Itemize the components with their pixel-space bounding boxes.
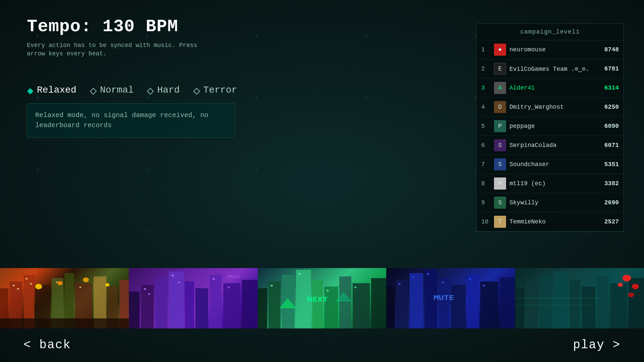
lb-rank: 9 [481,199,491,206]
lb-rank: 4 [481,104,491,110]
lb-score: 6781 [604,65,619,72]
svg-rect-34 [144,288,146,290]
svg-rect-65 [500,277,515,328]
lb-name: Soundchaser [509,161,601,168]
lb-avatar: S [494,158,506,170]
leaderboard-row: 3AAlder416314 [477,79,624,98]
leaderboard-row: 6SSerpinaColada6071 [477,136,624,155]
difficulty-normal-label: Normal [100,85,134,95]
svg-rect-36 [172,275,174,276]
difficulty-terror[interactable]: Terror [193,85,237,95]
svg-rect-28 [169,271,184,328]
diamond-icon-normal [90,87,97,94]
svg-rect-35 [148,293,150,295]
svg-rect-69 [442,281,444,283]
svg-rect-53 [354,287,356,288]
svg-rect-59 [409,273,423,328]
lb-score: 6314 [604,85,619,91]
thumbnail-4[interactable]: MUTE [386,268,515,328]
svg-rect-45 [312,280,323,328]
difficulty-terror-label: Terror [203,85,237,95]
lb-avatar: ● [494,44,506,56]
lb-name: peppage [509,123,601,130]
svg-rect-64 [481,281,499,328]
difficulty-relaxed[interactable]: Relaxed [27,85,77,95]
lb-name: Alder41 [509,85,601,91]
lb-avatar: S [494,197,506,209]
leaderboard-title: campaign_level1 [477,24,624,40]
thumbnail-1[interactable] [0,268,129,328]
svg-rect-76 [553,271,568,328]
svg-point-16 [83,277,89,282]
svg-rect-67 [412,276,414,278]
svg-marker-0 [27,88,33,94]
level-thumbnails: MV15 NEXT [0,268,644,328]
svg-rect-66 [398,283,400,285]
svg-rect-31 [209,275,221,328]
thumbnail-5[interactable] [515,268,644,328]
svg-point-82 [623,275,631,281]
grid-cross: + [364,167,370,173]
difficulty-hard[interactable]: Hard [147,85,180,95]
leaderboard-row: 4DDmitry_Warghost6250 [477,98,624,117]
svg-rect-29 [185,281,194,328]
lb-score: 6250 [604,104,619,110]
svg-rect-18 [13,285,14,286]
lb-avatar: D [494,101,506,113]
svg-rect-33 [242,280,257,328]
svg-rect-39 [228,287,230,288]
lb-name: EvilCoGames Team .⊙‿⊙. [509,65,601,72]
grid-cross: + [364,229,370,235]
difficulty-normal[interactable]: Normal [90,85,134,95]
leaderboard-row: 9SSkywilly2690 [477,193,624,212]
back-button[interactable]: < back [23,338,71,352]
grid-cross: + [255,229,260,235]
svg-rect-23 [80,287,81,288]
lb-rank: 10 [481,218,491,225]
difficulty-description-box: Relaxed mode, no signal damage received,… [27,103,235,138]
svg-rect-48 [352,283,369,328]
lb-name: Skywilly [509,199,601,206]
lb-name: SerpinaColada [509,142,601,149]
lb-avatar: P [494,120,506,132]
lb-rank: 3 [481,85,491,91]
leaderboard-entries: 1●neuromouse87482EEvilCoGames Team .⊙‿⊙.… [477,40,624,231]
difficulty-relaxed-label: Relaxed [37,85,77,95]
difficulty-description-text: Relaxed mode, no signal damage received,… [35,111,208,129]
lb-name: neuromouse [509,46,601,53]
svg-marker-1 [90,88,96,94]
lb-score: 6071 [604,142,619,149]
lb-score: 5351 [604,161,619,168]
svg-rect-50 [270,285,273,287]
svg-rect-52 [326,290,328,292]
thumbnail-2[interactable]: MV15 [129,268,258,328]
grid-cross: + [145,167,151,173]
svg-rect-68 [427,273,429,275]
svg-marker-3 [194,88,200,94]
svg-rect-70 [469,278,471,280]
leaderboard-row: 5Ppeppage6090 [477,117,624,136]
grid-cross: + [145,229,151,235]
thumbnail-3[interactable]: NEXT [258,268,387,328]
svg-rect-75 [539,275,552,328]
leaderboard-row: 10TTemmieNeko2527 [477,212,624,231]
svg-rect-62 [451,285,466,328]
leaderboard-row: 7SSoundchaser5351 [477,155,624,174]
svg-rect-19 [17,288,19,290]
svg-rect-38 [212,278,214,280]
lb-score: 2527 [604,218,619,225]
difficulty-hard-label: Hard [157,85,180,95]
leaderboard-row: 1●neuromouse8748 [477,40,624,59]
lb-name: Dmitry_Warghost [509,104,601,110]
svg-rect-78 [582,287,595,328]
svg-rect-32 [223,283,240,328]
lb-rank: 2 [481,65,491,72]
play-button[interactable]: play > [573,338,621,352]
svg-rect-79 [597,276,609,328]
leaderboard-row: 2EEvilCoGames Team .⊙‿⊙.6781 [477,59,624,79]
svg-point-83 [632,284,639,289]
svg-rect-21 [30,283,32,285]
svg-rect-77 [570,280,581,328]
lb-avatar: E [494,63,506,75]
svg-text:MUTE: MUTE [434,294,454,302]
